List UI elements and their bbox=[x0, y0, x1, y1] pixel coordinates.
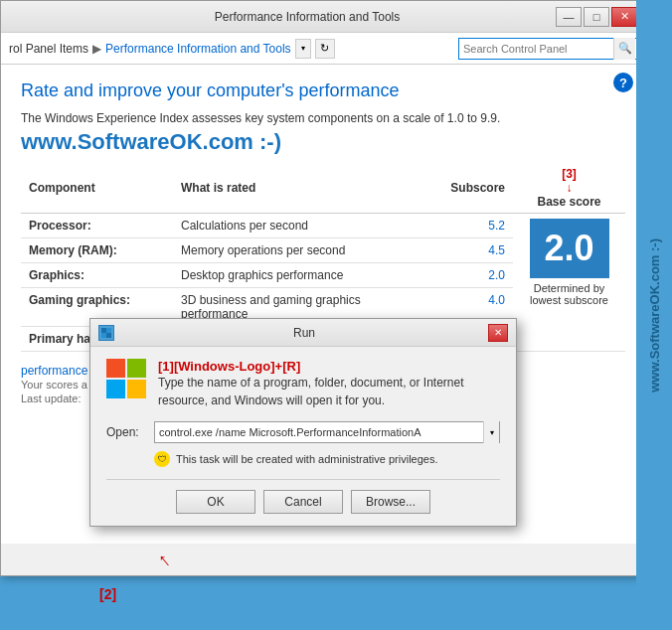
run-admin-text: This task will be created with administr… bbox=[176, 453, 438, 465]
annotation-arrow: ↓ bbox=[567, 181, 573, 195]
component-cell: Graphics: bbox=[21, 263, 173, 288]
search-icon[interactable]: 🔍 bbox=[613, 38, 635, 60]
subscore-cell: 2.0 bbox=[430, 263, 513, 288]
breadcrumb-separator: ▶ bbox=[92, 42, 101, 56]
bottom-sub: Your scores a bbox=[21, 379, 87, 391]
maximize-button[interactable]: □ bbox=[584, 7, 609, 27]
run-open-dropdown[interactable]: ▾ bbox=[483, 421, 499, 443]
run-open-input[interactable] bbox=[155, 426, 483, 438]
minimize-button[interactable]: — bbox=[556, 7, 582, 27]
what-rated-cell: Calculations per second bbox=[173, 214, 430, 238]
run-dialog: Run ✕ [1][Windows-Logo]+[R] Type the nam… bbox=[89, 318, 517, 527]
breadcrumb-part1: rol Panel Items bbox=[9, 42, 88, 56]
svg-rect-8 bbox=[127, 380, 146, 398]
annotation-2-label: [2] bbox=[99, 586, 116, 602]
run-open-input-wrap: ▾ bbox=[154, 421, 500, 443]
col-header-what-rated: What is rated bbox=[173, 163, 430, 214]
window-title: Performance Information and Tools bbox=[59, 10, 556, 24]
svg-rect-3 bbox=[106, 328, 111, 333]
run-instruction-text: [1][Windows-Logo]+[R] Type the name of a… bbox=[158, 359, 464, 409]
what-rated-cell: Desktop graphics performance bbox=[173, 263, 430, 288]
svg-rect-4 bbox=[101, 333, 106, 338]
subscore-cell: 4.5 bbox=[430, 238, 513, 263]
search-box: 🔍 bbox=[458, 38, 637, 60]
address-bar: rol Panel Items ▶ Performance Informatio… bbox=[1, 33, 645, 65]
basescore-cell: 2.0 Determined bylowest subscore bbox=[513, 214, 625, 352]
run-title-bar: Run ✕ bbox=[90, 319, 516, 347]
base-score-label: Determined bylowest subscore bbox=[521, 282, 617, 306]
watermark-text: www.SoftwareOK.com :-) bbox=[21, 129, 625, 155]
component-cell: Memory (RAM): bbox=[21, 238, 173, 263]
admin-shield-icon: 🛡 bbox=[154, 451, 170, 467]
run-open-row: Open: ▾ bbox=[106, 421, 500, 443]
base-score-box: 2.0 bbox=[530, 219, 609, 278]
breadcrumb-part2[interactable]: Performance Information and Tools bbox=[105, 42, 291, 56]
run-instruction: Type the name of a program, folder, docu… bbox=[158, 374, 464, 409]
col-header-component: Component bbox=[21, 163, 173, 214]
run-admin-row: 🛡 This task will be created with adminis… bbox=[154, 451, 500, 467]
run-header: [1][Windows-Logo]+[R] Type the name of a… bbox=[106, 359, 500, 409]
what-rated-cell: Memory operations per second bbox=[173, 238, 430, 263]
run-dialog-buttons: OK Cancel Browse... bbox=[106, 479, 500, 514]
last-update: Last update: bbox=[21, 393, 82, 404]
svg-rect-2 bbox=[106, 333, 111, 338]
svg-rect-7 bbox=[106, 380, 125, 398]
annotation-3: [3] bbox=[562, 167, 577, 181]
run-ok-button[interactable]: OK bbox=[176, 490, 255, 514]
run-dialog-icon bbox=[98, 325, 114, 341]
col-header-subscore: Subscore bbox=[430, 163, 513, 214]
search-input[interactable] bbox=[459, 43, 613, 55]
title-bar: Performance Information and Tools — □ ✕ bbox=[1, 1, 645, 33]
run-os-icon bbox=[106, 359, 146, 401]
run-cancel-button[interactable]: Cancel bbox=[263, 490, 343, 514]
run-browse-button[interactable]: Browse... bbox=[351, 490, 430, 514]
col-header-basescore: [3] ↓ Base score bbox=[513, 163, 625, 214]
run-dialog-body: [1][Windows-Logo]+[R] Type the name of a… bbox=[90, 347, 516, 526]
side-watermark-text: www.SoftwareOK.com :-) bbox=[647, 238, 662, 393]
run-dialog-title: Run bbox=[120, 326, 488, 340]
page-title: Rate and improve your computer's perform… bbox=[21, 80, 625, 101]
base-score-value: 2.0 bbox=[544, 228, 593, 269]
table-row: Processor: Calculations per second 5.2 2… bbox=[21, 214, 625, 238]
close-button[interactable]: ✕ bbox=[611, 7, 637, 27]
component-cell: Processor: bbox=[21, 214, 173, 238]
address-dropdown[interactable]: ▾ bbox=[295, 39, 311, 59]
run-open-label: Open: bbox=[106, 425, 146, 439]
description-text: The Windows Experience Index assesses ke… bbox=[21, 111, 625, 125]
keyboard-hint: [1][Windows-Logo]+[R] bbox=[158, 359, 464, 374]
refresh-button[interactable]: ↻ bbox=[315, 39, 335, 59]
basescore-label: Base score bbox=[537, 195, 600, 209]
run-close-button[interactable]: ✕ bbox=[488, 324, 508, 342]
svg-rect-6 bbox=[127, 359, 146, 378]
subscore-cell: 5.2 bbox=[430, 214, 513, 238]
svg-rect-5 bbox=[106, 359, 125, 378]
help-icon[interactable]: ? bbox=[613, 73, 633, 92]
svg-rect-1 bbox=[101, 328, 106, 333]
title-bar-controls: — □ ✕ bbox=[556, 7, 637, 27]
side-watermark: www.SoftwareOK.com :-) bbox=[636, 0, 672, 630]
